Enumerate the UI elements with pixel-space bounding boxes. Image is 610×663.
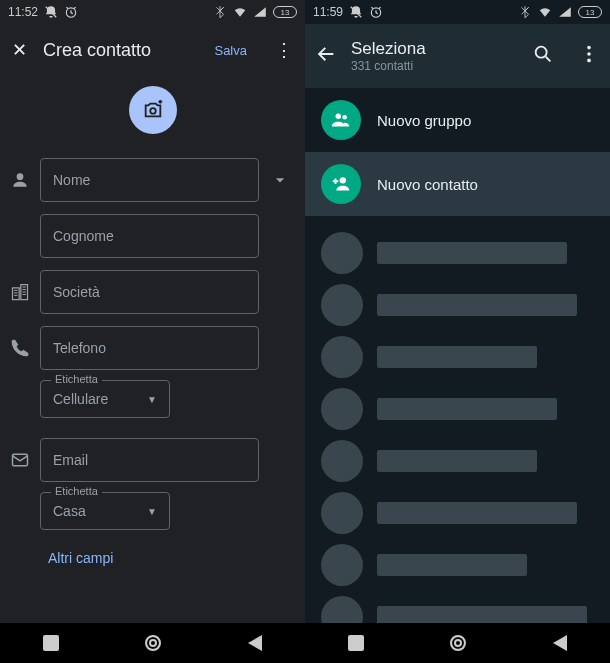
camera-plus-icon bbox=[142, 99, 164, 121]
list-item[interactable] bbox=[321, 440, 610, 482]
signal-icon bbox=[253, 5, 267, 19]
name-placeholder: Nome bbox=[53, 172, 90, 188]
battery-icon: 13 bbox=[273, 6, 297, 18]
status-time: 11:59 bbox=[313, 5, 343, 19]
wifi-icon bbox=[233, 5, 247, 19]
photo-section bbox=[0, 76, 305, 158]
avatar bbox=[321, 388, 363, 430]
app-bar: ✕ Crea contatto Salva ⋮ bbox=[0, 24, 305, 76]
alarm-icon bbox=[64, 5, 78, 19]
status-bar-left: 11:52 13 bbox=[0, 0, 305, 24]
company-icon bbox=[8, 282, 32, 302]
contact-name-placeholder bbox=[377, 346, 537, 368]
nav-home-icon[interactable] bbox=[450, 635, 466, 651]
dnd-icon bbox=[349, 5, 363, 19]
avatar bbox=[321, 440, 363, 482]
phone-field[interactable]: Telefono bbox=[40, 326, 259, 370]
svg-point-12 bbox=[342, 115, 347, 120]
list-item[interactable] bbox=[321, 492, 610, 534]
email-icon bbox=[8, 450, 32, 470]
phone-label-value: Cellulare bbox=[53, 391, 108, 407]
dropdown-arrow-icon: ▼ bbox=[147, 394, 157, 405]
contact-list[interactable] bbox=[305, 216, 610, 663]
back-icon[interactable] bbox=[315, 43, 337, 69]
status-bar-right: 11:59 13 bbox=[305, 0, 610, 24]
new-contact-label: Nuovo contatto bbox=[377, 176, 478, 193]
svg-point-9 bbox=[587, 52, 591, 56]
group-icon bbox=[321, 100, 361, 140]
email-label-title: Etichetta bbox=[51, 485, 102, 497]
contact-name-placeholder bbox=[377, 398, 557, 420]
save-button[interactable]: Salva bbox=[214, 43, 247, 58]
list-item[interactable] bbox=[321, 232, 610, 274]
svg-point-11 bbox=[336, 114, 342, 120]
email-placeholder: Email bbox=[53, 452, 88, 468]
svg-point-10 bbox=[587, 59, 591, 63]
bluetooth-icon bbox=[518, 5, 532, 19]
nav-bar bbox=[305, 623, 610, 663]
nav-home-icon[interactable] bbox=[145, 635, 161, 651]
name-field[interactable]: Nome bbox=[40, 158, 259, 202]
page-title: Seleziona bbox=[351, 39, 518, 59]
create-contact-screen: 11:52 13 ✕ Crea contatto Salva ⋮ Nome Co… bbox=[0, 0, 305, 663]
surname-field[interactable]: Cognome bbox=[40, 214, 259, 258]
contact-name-placeholder bbox=[377, 554, 527, 576]
dnd-icon bbox=[44, 5, 58, 19]
contact-name-placeholder bbox=[377, 450, 537, 472]
page-title: Crea contatto bbox=[43, 40, 198, 61]
person-icon bbox=[8, 170, 32, 190]
contact-name-placeholder bbox=[377, 242, 567, 264]
avatar bbox=[321, 492, 363, 534]
email-label-value: Casa bbox=[53, 503, 86, 519]
more-icon[interactable]: ⋮ bbox=[275, 39, 293, 61]
svg-point-3 bbox=[17, 173, 24, 180]
avatar bbox=[321, 284, 363, 326]
signal-icon bbox=[558, 5, 572, 19]
list-item[interactable] bbox=[321, 544, 610, 586]
nav-back-icon[interactable] bbox=[248, 635, 262, 651]
avatar bbox=[321, 336, 363, 378]
nav-recent-icon[interactable] bbox=[43, 635, 59, 651]
add-contact-icon bbox=[321, 164, 361, 204]
new-group-row[interactable]: Nuovo gruppo bbox=[305, 88, 610, 152]
more-fields-link[interactable]: Altri campi bbox=[8, 542, 293, 566]
search-icon[interactable] bbox=[532, 43, 554, 69]
phone-placeholder: Telefono bbox=[53, 340, 106, 356]
list-item[interactable] bbox=[321, 388, 610, 430]
close-icon[interactable]: ✕ bbox=[12, 39, 27, 61]
avatar bbox=[321, 544, 363, 586]
alarm-icon bbox=[369, 5, 383, 19]
list-item[interactable] bbox=[321, 336, 610, 378]
nav-recent-icon[interactable] bbox=[348, 635, 364, 651]
wifi-icon bbox=[538, 5, 552, 19]
phone-label-title: Etichetta bbox=[51, 373, 102, 385]
company-field[interactable]: Società bbox=[40, 270, 259, 314]
battery-icon: 13 bbox=[578, 6, 602, 18]
more-icon[interactable] bbox=[578, 43, 600, 69]
contact-name-placeholder bbox=[377, 502, 577, 524]
contact-form: Nome Cognome Società Telefono Etichetta … bbox=[0, 158, 305, 566]
dropdown-arrow-icon: ▼ bbox=[147, 506, 157, 517]
company-placeholder: Società bbox=[53, 284, 100, 300]
page-subtitle: 331 contatti bbox=[351, 59, 518, 73]
bluetooth-icon bbox=[213, 5, 227, 19]
svg-point-13 bbox=[340, 177, 346, 183]
svg-point-7 bbox=[536, 47, 547, 58]
new-contact-row[interactable]: Nuovo contatto bbox=[305, 152, 610, 216]
avatar bbox=[321, 232, 363, 274]
expand-name-icon[interactable] bbox=[267, 170, 293, 190]
email-field[interactable]: Email bbox=[40, 438, 259, 482]
svg-point-2 bbox=[150, 108, 156, 114]
nav-back-icon[interactable] bbox=[553, 635, 567, 651]
list-item[interactable] bbox=[321, 284, 610, 326]
select-contact-screen: 11:59 13 Seleziona 331 contatti Nuovo gr… bbox=[305, 0, 610, 663]
contact-name-placeholder bbox=[377, 294, 577, 316]
email-label-dropdown[interactable]: Etichetta Casa ▼ bbox=[40, 492, 170, 530]
phone-icon bbox=[8, 338, 32, 358]
new-group-label: Nuovo gruppo bbox=[377, 112, 471, 129]
nav-bar bbox=[0, 623, 305, 663]
surname-placeholder: Cognome bbox=[53, 228, 114, 244]
add-photo-button[interactable] bbox=[129, 86, 177, 134]
svg-point-8 bbox=[587, 46, 591, 50]
phone-label-dropdown[interactable]: Etichetta Cellulare ▼ bbox=[40, 380, 170, 418]
